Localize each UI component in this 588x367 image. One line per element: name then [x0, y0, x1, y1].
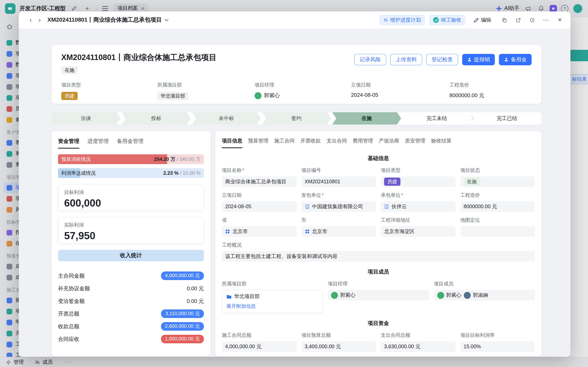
row-contract-receivable: 合同应收 1,000,000.00 元 [58, 333, 204, 345]
field-start-date: 立项日期 2024-08-05 [222, 192, 297, 212]
copy-icon[interactable] [499, 15, 509, 25]
tab-funds-management[interactable]: 资金管理 [58, 138, 79, 149]
field-project-code: 项目编号 XM2024110801 [301, 167, 376, 187]
field-detailed-address: 工程详细地址 北京市海淀区 [381, 217, 455, 237]
share-icon[interactable] [513, 15, 523, 25]
stage-not-won[interactable]: 未中标 [192, 112, 261, 125]
field-owner-unit: 发包单位* 中国建筑集团有限公司 [301, 192, 376, 212]
prev-record-icon[interactable]: ‹ [26, 16, 35, 25]
expand-extra-info-link[interactable]: 展开附加信息 [226, 303, 318, 310]
row-main-contract: 主合同金额 4,000,000.00 元 [58, 269, 204, 282]
person-chip: 郭淑娴 [464, 292, 488, 299]
project-code-input[interactable]: XM2024110801 [301, 176, 376, 187]
project-status-input[interactable]: 在施 [460, 176, 535, 187]
project-type-input[interactable]: 房建 [381, 176, 455, 187]
stage-bidding[interactable]: 投标 [122, 112, 190, 125]
section-project-funds: 项目资金 [222, 320, 535, 327]
project-detail-modal: ‹ › XM2024110801丨商业综合体施工总承包项目 维护进度计划 竣工验… [19, 11, 571, 357]
field-department: 所属项目部 华北项目部 展开附加信息 [222, 280, 323, 313]
sort-icon [383, 17, 388, 23]
map-location-input[interactable] [460, 226, 535, 237]
start-date-input[interactable]: 2024-08-05 [222, 201, 297, 212]
summary-field-cost: 工程造价 8000000.00 元 [450, 82, 532, 100]
stage-completed-unsettled[interactable]: 完工未结 [402, 112, 471, 125]
tab-acceptance-settlement[interactable]: 验收结算 [431, 138, 452, 148]
department-badge: 华北项目部 [157, 92, 188, 100]
profit-rate-bar: 利润率达成情况 2.23 % / 15.00 % [58, 168, 204, 178]
project-type-badge: 房建 [61, 92, 78, 100]
pencil-icon [474, 17, 479, 23]
maintain-schedule-button[interactable]: 维护进度计划 [379, 15, 425, 25]
building-icon [305, 204, 309, 209]
field-construction-contract-total: 施工合同总额 4,000,000.00 元 [222, 332, 297, 352]
submit-expense-button[interactable]: 提报销 [462, 54, 495, 65]
tab-expense-management[interactable]: 费用管理 [353, 138, 373, 148]
project-manager-input[interactable]: 郭紫心 [328, 290, 429, 300]
field-budget-total: 项目预算总额 3,400,000.00 元 [301, 332, 376, 352]
completion-acceptance-button[interactable]: 竣工验收 [429, 15, 465, 25]
stage-completed-settled[interactable]: 完工已结 [473, 112, 541, 125]
stage-negotiation[interactable]: 洽谈 [51, 112, 120, 125]
petty-cash-button[interactable]: 备用金 [499, 54, 532, 65]
contractor-unit-input[interactable]: 伙伴云 [381, 201, 455, 212]
stage-in-construction-active[interactable]: 在施 [332, 112, 401, 125]
amount-badge: 3,110,000.00 元 [161, 309, 204, 318]
owner-unit-input[interactable]: 中国建筑集团有限公司 [301, 201, 376, 212]
field-project-type: 项目类型 房建 [381, 167, 455, 187]
field-contractor-unit: 承包单位* 伙伴云 [381, 192, 455, 212]
tab-budget-management[interactable]: 预算管理 [248, 138, 268, 148]
check-circle-icon [433, 17, 439, 23]
project-overview-input[interactable]: 该工程主要包括土建工程、设备安装和调试等内容 [222, 251, 535, 262]
field-project-status: 项目状态 在施 [460, 167, 535, 187]
tab-progress-management[interactable]: 进度管理 [87, 138, 109, 149]
field-city: 市 北京市 [301, 217, 376, 237]
income-statistics-button[interactable]: 收入统计 [58, 250, 204, 261]
tab-output-negotiation[interactable]: 产值洽商 [379, 138, 399, 148]
amount-badge: 4,000,000.00 元 [161, 271, 204, 280]
person-icon [467, 57, 472, 62]
chevron-down-icon[interactable] [164, 19, 169, 21]
record-risk-button[interactable]: 记录风险 [354, 54, 386, 65]
field-project-name: 项目名称* 商业综合体施工总承包项目 [222, 167, 297, 187]
register-inspection-button[interactable]: 登记检查 [426, 54, 458, 65]
person-chip: 郭紫心 [331, 292, 356, 299]
field-map-location: 地图定位 [460, 217, 535, 237]
person-chip: 郭紫心 [437, 292, 461, 299]
next-record-icon[interactable]: › [35, 16, 44, 25]
tab-project-info[interactable]: 项目信息 [222, 138, 242, 148]
summary-field-department: 所属项目部 华北项目部 [157, 82, 255, 100]
province-input[interactable]: 北京市 [222, 226, 297, 237]
row-invoiced-total: 开票总额 3,110,000.00 元 [58, 307, 204, 320]
modal-body: 记录风险 上传资料 登记检查 提报销 备用金 XM2024110801丨商业综合… [19, 29, 571, 357]
project-members-input[interactable]: 郭紫心 郭淑娴 [434, 290, 535, 300]
target-profit-card: 目标利润 600,000 [58, 184, 204, 211]
region-grid-icon [305, 229, 309, 234]
avatar [437, 292, 444, 299]
tab-petty-cash-management[interactable]: 备用金管理 [117, 138, 144, 149]
project-cost-input[interactable]: 8000000.00 元 [460, 201, 535, 212]
stage-signed[interactable]: 签约 [262, 112, 331, 125]
modal-title: XM2024110801丨商业综合体施工总承包项目 [47, 16, 169, 24]
project-name-input[interactable]: 商业综合体施工总承包项目 [222, 176, 297, 187]
more-icon[interactable]: ⋯ [541, 15, 551, 25]
upload-files-button[interactable]: 上传资料 [390, 54, 422, 65]
tab-expenditure-contract[interactable]: 支出合同 [326, 138, 347, 148]
field-target-profit-rate: 项目目标利润率 15.00% [460, 332, 535, 352]
project-type-badge: 房建 [384, 178, 401, 186]
funds-panel: 资金管理 进度管理 备用金管理 预算消耗情况 254.20 万 / 340.00… [51, 131, 210, 356]
tab-invoice-collection[interactable]: 开票收款 [300, 138, 321, 148]
history-clock-icon[interactable] [527, 15, 537, 25]
detailed-address-input[interactable]: 北京市海淀区 [381, 226, 455, 237]
section-basic-info: 基础信息 [222, 155, 535, 162]
tab-construction-contract[interactable]: 施工合同 [274, 138, 295, 148]
tab-quality-safety[interactable]: 质安管理 [405, 138, 425, 148]
close-icon[interactable]: × [555, 15, 565, 25]
edit-button[interactable]: 编辑 [469, 15, 495, 25]
row-supplement-agreement: 补充协议金额 0.00 元 [58, 282, 204, 295]
summary-field-manager: 项目经理 郭紫心 [255, 82, 351, 100]
field-project-manager: 项目经理 郭紫心 [328, 280, 429, 300]
department-card[interactable]: 华北项目部 展开附加信息 [222, 290, 323, 313]
amount-badge-red: 1,000,000.00 元 [161, 335, 204, 343]
summary-field-project-type: 项目类型 房建 [61, 82, 157, 100]
city-input[interactable]: 北京市 [301, 226, 376, 237]
